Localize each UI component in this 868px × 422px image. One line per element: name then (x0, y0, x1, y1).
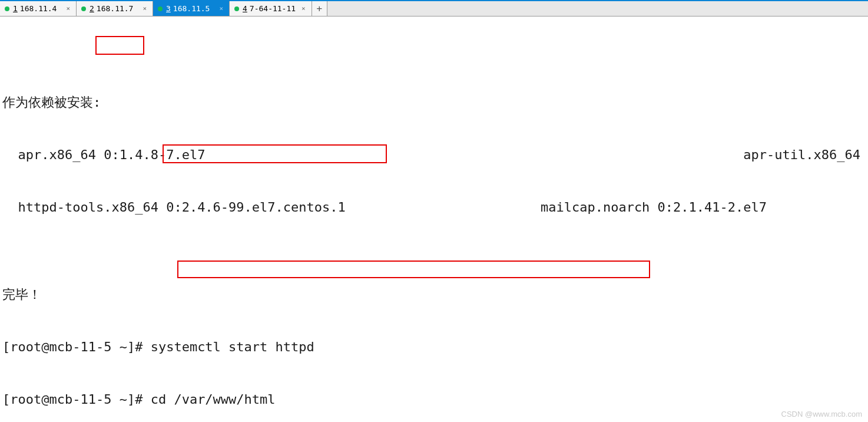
terminal-line: apr.x86_64 0:1.4.8-7.el7 apr-util.x86_64… (2, 146, 866, 164)
terminal-pane[interactable]: 作为依赖被安装: apr.x86_64 0:1.4.8-7.el7 apr-ut… (0, 17, 868, 422)
close-icon[interactable]: × (300, 5, 307, 12)
watermark-text: CSDN @www.mcb.com (781, 410, 862, 418)
tab-label: 168.11.4 (20, 4, 61, 13)
tab-label: 168.11.5 (173, 4, 214, 13)
tab-number: 2 (90, 4, 94, 13)
status-dot-icon (234, 6, 239, 11)
terminal-line: [root@mcb-11-5 ~]# systemctl start httpd (2, 338, 866, 356)
tab-label: 7-64-11-11 (250, 4, 296, 13)
add-tab-button[interactable]: + (312, 1, 327, 16)
close-icon[interactable]: × (65, 5, 71, 12)
close-icon[interactable]: × (141, 5, 148, 12)
terminal-line: httpd-tools.x86_64 0:2.4.6-99.el7.centos… (2, 199, 866, 216)
tab-session-2[interactable]: 2 168.11.7 × (77, 1, 153, 16)
tab-number: 1 (13, 4, 18, 13)
status-dot-icon (5, 6, 9, 11)
terminal-line: 作为依赖被安装: (2, 94, 866, 111)
terminal-line: 完毕！ (2, 286, 866, 304)
terminal-line: [root@mcb-11-5 ~]# cd /var/www/html (2, 391, 866, 408)
tab-session-1[interactable]: 1 168.11.4 × (0, 1, 77, 16)
tab-label: 168.11.7 (97, 4, 137, 13)
tab-session-4[interactable]: 4 7-64-11-11 × (230, 1, 312, 16)
annotation-box (95, 36, 144, 55)
tab-number: 3 (166, 4, 171, 13)
close-icon[interactable]: × (218, 5, 224, 12)
annotation-box (177, 261, 650, 278)
tab-number: 4 (243, 4, 247, 13)
status-dot-icon (81, 6, 86, 11)
status-dot-icon (158, 6, 163, 11)
tab-session-3[interactable]: 3 168.11.5 × (153, 1, 230, 16)
tab-bar: 1 168.11.4 × 2 168.11.7 × 3 168.11.5 × 4… (0, 1, 868, 17)
